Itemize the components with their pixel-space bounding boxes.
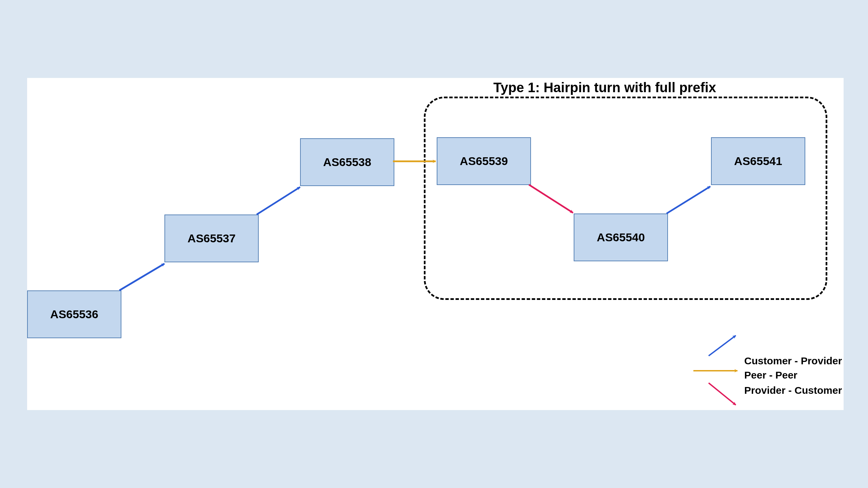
- asn-label: AS65539: [460, 155, 508, 168]
- asn-label: AS65536: [50, 308, 98, 321]
- asn-label: AS65540: [597, 231, 645, 244]
- edge-65537-65538: [257, 187, 300, 215]
- asn-node-65536: AS65536: [27, 290, 121, 338]
- edge-65536-65537: [119, 264, 164, 290]
- asn-label: AS65538: [323, 156, 371, 169]
- legend-label-customer-provider: Customer - Provider: [744, 355, 842, 367]
- asn-label: AS65541: [734, 155, 782, 168]
- asn-label: AS65537: [188, 232, 236, 245]
- legend-arrow-customer-provider: [709, 336, 736, 356]
- asn-node-65538: AS65538: [300, 138, 394, 186]
- region-title: Type 1: Hairpin turn with full prefix: [493, 80, 716, 95]
- asn-node-65539: AS65539: [437, 137, 531, 185]
- diagram-canvas: Type 1: Hairpin turn with full prefix AS…: [27, 78, 844, 410]
- asn-node-65537: AS65537: [164, 215, 259, 262]
- hairpin-region-box: [424, 97, 827, 300]
- legend-arrow-provider-customer: [709, 383, 736, 405]
- legend-label-provider-customer: Provider - Customer: [744, 385, 842, 396]
- legend-label-peer-peer: Peer - Peer: [744, 369, 797, 381]
- asn-node-65540: AS65540: [574, 214, 668, 261]
- asn-node-65541: AS65541: [711, 137, 805, 185]
